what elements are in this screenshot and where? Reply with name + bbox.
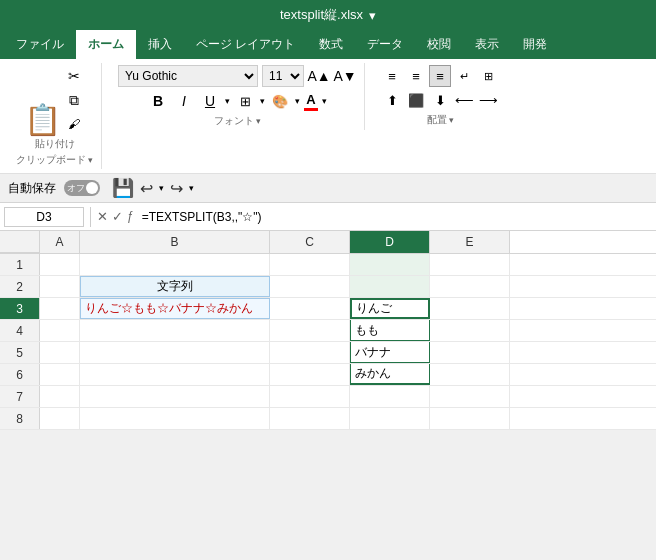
increase-font-button[interactable]: A▲ xyxy=(308,65,330,87)
cell-c7[interactable] xyxy=(270,386,350,407)
cell-e3[interactable] xyxy=(430,298,510,319)
cell-a2[interactable] xyxy=(40,276,80,297)
align-left-button[interactable]: ≡ xyxy=(381,65,403,87)
cell-c1[interactable] xyxy=(270,254,350,275)
font-color-button[interactable]: A xyxy=(304,92,318,111)
row-header-3[interactable]: 3 xyxy=(0,298,40,319)
align-right-button[interactable]: ≡ xyxy=(429,65,451,87)
redo-dropdown[interactable]: ▾ xyxy=(189,183,194,193)
row-header-1[interactable]: 1 xyxy=(0,254,40,275)
row-header-2[interactable]: 2 xyxy=(0,276,40,297)
indent-decrease-button[interactable]: ⟵ xyxy=(453,89,475,111)
merge-button[interactable]: ⊞ xyxy=(477,65,499,87)
col-header-c[interactable]: C xyxy=(270,231,350,253)
cell-a1[interactable] xyxy=(40,254,80,275)
tab-file[interactable]: ファイル xyxy=(4,30,76,59)
save-icon[interactable]: 💾 xyxy=(112,177,134,199)
undo-dropdown[interactable]: ▾ xyxy=(159,183,164,193)
cell-a3[interactable] xyxy=(40,298,80,319)
cell-a5[interactable] xyxy=(40,342,80,363)
cell-c4[interactable] xyxy=(270,320,350,341)
undo-button[interactable]: ↩ xyxy=(140,179,153,198)
copy-button[interactable]: ⧉ xyxy=(63,89,85,111)
paste-icon[interactable]: 📋 xyxy=(24,105,61,135)
cell-c3[interactable] xyxy=(270,298,350,319)
confirm-formula-icon[interactable]: ✓ xyxy=(112,209,123,224)
cell-d1[interactable] xyxy=(350,254,430,275)
italic-button[interactable]: I xyxy=(173,90,195,112)
cell-a7[interactable] xyxy=(40,386,80,407)
cell-b5[interactable] xyxy=(80,342,270,363)
cell-reference[interactable] xyxy=(4,207,84,227)
cell-d5[interactable]: バナナ xyxy=(350,342,430,363)
font-color-dropdown[interactable]: ▾ xyxy=(322,96,327,106)
cell-d6[interactable]: みかん xyxy=(350,364,430,385)
row-header-7[interactable]: 7 xyxy=(0,386,40,407)
tab-home[interactable]: ホーム xyxy=(76,30,136,59)
formula-input[interactable] xyxy=(138,210,652,224)
cut-button[interactable]: ✂ xyxy=(63,65,85,87)
alignment-expand-icon[interactable]: ▾ xyxy=(449,115,454,125)
borders-button[interactable]: ⊞ xyxy=(234,90,256,112)
tab-review[interactable]: 校閲 xyxy=(415,30,463,59)
align-bottom-button[interactable]: ⬇ xyxy=(429,89,451,111)
cell-e6[interactable] xyxy=(430,364,510,385)
tab-view[interactable]: 表示 xyxy=(463,30,511,59)
clipboard-expand-icon[interactable]: ▾ xyxy=(88,155,93,165)
cell-b8[interactable] xyxy=(80,408,270,429)
cell-b7[interactable] xyxy=(80,386,270,407)
borders-dropdown[interactable]: ▾ xyxy=(260,96,265,106)
cell-e7[interactable] xyxy=(430,386,510,407)
redo-button[interactable]: ↪ xyxy=(170,179,183,198)
cell-c2[interactable] xyxy=(270,276,350,297)
tab-formulas[interactable]: 数式 xyxy=(307,30,355,59)
cell-d7[interactable] xyxy=(350,386,430,407)
align-middle-button[interactable]: ⬛ xyxy=(405,89,427,111)
row-header-6[interactable]: 6 xyxy=(0,364,40,385)
underline-dropdown[interactable]: ▾ xyxy=(225,96,230,106)
cell-b2[interactable]: 文字列 xyxy=(80,276,270,297)
align-center-button[interactable]: ≡ xyxy=(405,65,427,87)
cell-b6[interactable] xyxy=(80,364,270,385)
cell-d2[interactable] xyxy=(350,276,430,297)
fill-dropdown[interactable]: ▾ xyxy=(295,96,300,106)
decrease-font-button[interactable]: A▼ xyxy=(334,65,356,87)
bold-button[interactable]: B xyxy=(147,90,169,112)
row-header-4[interactable]: 4 xyxy=(0,320,40,341)
cell-b1[interactable] xyxy=(80,254,270,275)
row-header-8[interactable]: 8 xyxy=(0,408,40,429)
wrap-text-button[interactable]: ↵ xyxy=(453,65,475,87)
font-expand-icon[interactable]: ▾ xyxy=(256,116,261,126)
tab-developer[interactable]: 開発 xyxy=(511,30,559,59)
tab-page-layout[interactable]: ページ レイアウト xyxy=(184,30,307,59)
cell-c5[interactable] xyxy=(270,342,350,363)
col-header-b[interactable]: B xyxy=(80,231,270,253)
tab-insert[interactable]: 挿入 xyxy=(136,30,184,59)
col-header-e[interactable]: E xyxy=(430,231,510,253)
font-size-select[interactable]: 11 xyxy=(262,65,304,87)
row-header-5[interactable]: 5 xyxy=(0,342,40,363)
indent-increase-button[interactable]: ⟶ xyxy=(477,89,499,111)
cell-a6[interactable] xyxy=(40,364,80,385)
cell-e2[interactable] xyxy=(430,276,510,297)
cell-e1[interactable] xyxy=(430,254,510,275)
col-header-d[interactable]: D xyxy=(350,231,430,253)
insert-function-icon[interactable]: ƒ xyxy=(127,209,134,224)
cell-e5[interactable] xyxy=(430,342,510,363)
fill-color-button[interactable]: 🎨 xyxy=(269,90,291,112)
font-family-select[interactable]: Yu Gothic xyxy=(118,65,258,87)
title-dropdown-icon[interactable]: ▾ xyxy=(369,8,376,23)
cell-c6[interactable] xyxy=(270,364,350,385)
cancel-formula-icon[interactable]: ✕ xyxy=(97,209,108,224)
cell-e4[interactable] xyxy=(430,320,510,341)
cell-a4[interactable] xyxy=(40,320,80,341)
cell-d3[interactable]: りんご xyxy=(350,298,430,319)
underline-button[interactable]: U xyxy=(199,90,221,112)
cell-c8[interactable] xyxy=(270,408,350,429)
cell-a8[interactable] xyxy=(40,408,80,429)
cell-b4[interactable] xyxy=(80,320,270,341)
col-header-a[interactable]: A xyxy=(40,231,80,253)
cell-e8[interactable] xyxy=(430,408,510,429)
cell-b3[interactable]: りんご☆もも☆バナナ☆みかん xyxy=(80,298,270,319)
format-painter-button[interactable]: 🖌 xyxy=(63,113,85,135)
